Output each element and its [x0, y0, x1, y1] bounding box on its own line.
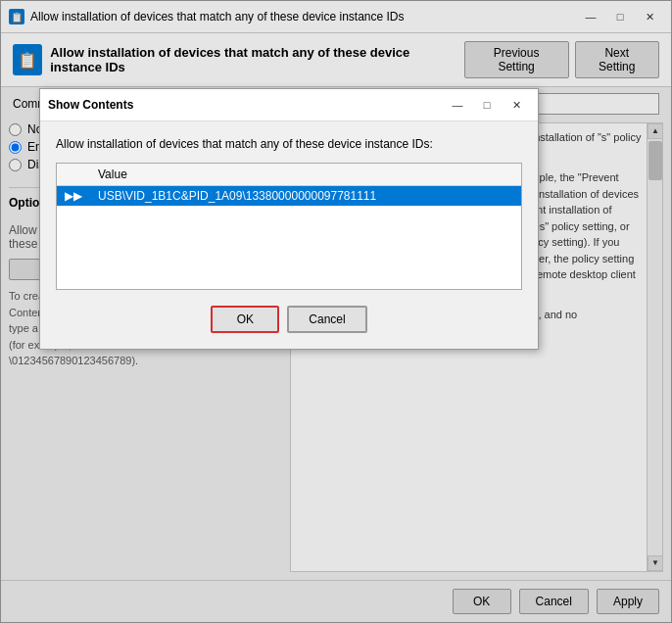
- dialog-ok-button[interactable]: OK: [211, 306, 279, 333]
- dialog-minimize-button[interactable]: —: [444, 95, 471, 115]
- dialog-title: Show Contents: [48, 98, 133, 112]
- dialog-content: Allow installation of devices that match…: [40, 121, 538, 306]
- show-contents-dialog: Show Contents — □ ✕ Allow installation o…: [39, 88, 539, 350]
- dialog-maximize-button[interactable]: □: [473, 95, 501, 115]
- dialog-description: Allow installation of devices that match…: [56, 137, 522, 151]
- dialog-controls: — □ ✕: [444, 95, 530, 115]
- device-id-value: USB\VID_1B1C&PID_1A09\133800000000977811…: [90, 186, 521, 207]
- dialog-overlay: Show Contents — □ ✕ Allow installation o…: [0, 0, 672, 623]
- dialog-footer: OK Cancel: [40, 306, 538, 349]
- move-arrows: ▶▶: [57, 186, 90, 207]
- dialog-cancel-button[interactable]: Cancel: [287, 306, 366, 333]
- dialog-close-button[interactable]: ✕: [503, 95, 530, 115]
- value-table: Value ▶▶ USB\VID_1B1C&PID_1A09\133800000…: [57, 164, 521, 206]
- dialog-title-bar: Show Contents — □ ✕: [40, 89, 538, 121]
- move-col-header: [57, 164, 90, 186]
- dialog-table: Value ▶▶ USB\VID_1B1C&PID_1A09\133800000…: [56, 163, 522, 290]
- table-row[interactable]: ▶▶ USB\VID_1B1C&PID_1A09\133800000000977…: [57, 186, 521, 207]
- value-col-header: Value: [90, 164, 521, 186]
